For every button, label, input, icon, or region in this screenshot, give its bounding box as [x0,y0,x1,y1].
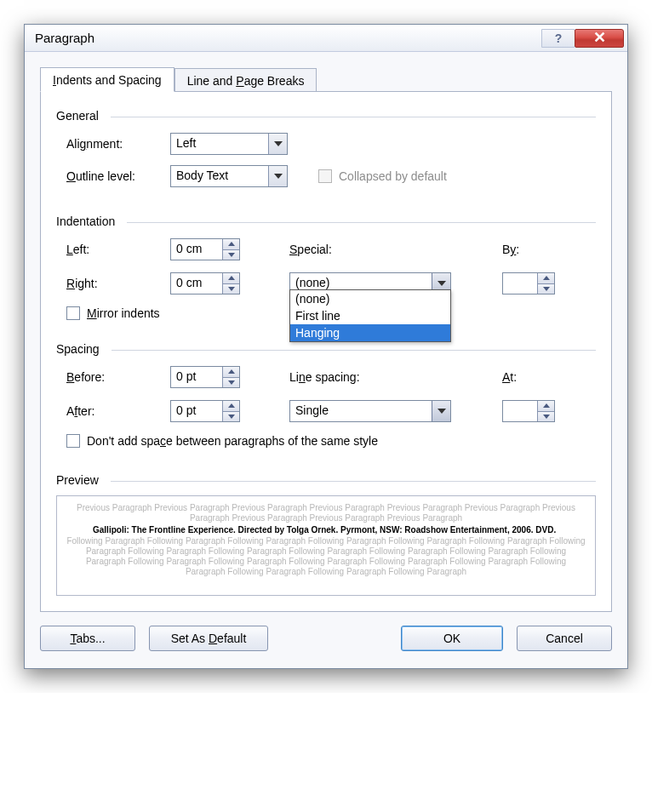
preview-sample-text: Gallipoli: The Frontline Experience. Dir… [66,523,586,536]
special-option-none[interactable]: (none) [290,290,450,307]
line-spacing-combo[interactable]: Single [289,400,451,422]
special-dropdown-list[interactable]: (none) First line Hanging [289,289,451,342]
tab-panel: General Alignment: Left Outline level: B… [40,91,612,612]
indent-right-spinner[interactable]: 0 cm [170,272,240,294]
ok-button[interactable]: OK [401,626,503,651]
collapsed-checkbox: Collapsed by default [318,169,596,183]
alignment-label: Alignment: [66,137,170,151]
arrow-up-icon[interactable] [223,273,239,284]
at-label: At: [502,370,562,384]
indent-right-label: Right: [66,277,170,290]
arrow-down-icon[interactable] [223,284,239,294]
arrow-down-icon[interactable] [538,284,554,294]
close-button[interactable]: ✕ [575,29,624,48]
preview-following-text: Following Paragraph Following Paragraph … [66,536,586,577]
by-spinner[interactable] [502,272,555,294]
special-label: Special: [289,243,468,256]
window-title: Paragraph [35,31,541,45]
mirror-indents-checkbox[interactable]: Mirror indents [66,306,289,320]
chevron-down-icon [268,134,287,154]
spacing-legend: Spacing [56,342,596,356]
dialog-footer: Tabs... Set As Default OK Cancel [40,612,612,655]
preview-box: Previous Paragraph Previous Paragraph Pr… [56,495,596,596]
after-spinner[interactable]: 0 pt [170,400,240,422]
arrow-up-icon[interactable] [223,367,239,378]
checkbox-icon [66,306,80,320]
paragraph-dialog: Paragraph ? ✕ Indents and Spacing Line a… [24,24,628,669]
title-bar: Paragraph ? ✕ [25,25,627,52]
tab-bar: Indents and Spacing Line and Page Breaks [40,64,612,91]
chevron-down-icon [432,401,450,421]
arrow-up-icon[interactable] [223,239,239,250]
outline-level-value: Body Text [171,166,268,186]
preview-legend: Preview [56,473,596,487]
line-spacing-label: Line spacing: [289,370,468,384]
checkbox-icon [66,434,80,448]
alignment-combo[interactable]: Left [170,133,288,155]
arrow-down-icon[interactable] [538,412,554,422]
cancel-button[interactable]: Cancel [517,626,612,651]
tabs-button[interactable]: Tabs... [40,626,135,651]
collapsed-label: Collapsed by default [339,169,447,183]
preview-previous-text: Previous Paragraph Previous Paragraph Pr… [66,503,586,523]
after-label: After: [66,404,170,418]
tab-line-page-breaks[interactable]: Line and Page Breaks [174,68,317,92]
tab-indents-spacing[interactable]: Indents and Spacing [40,67,174,92]
at-spinner[interactable] [502,400,555,422]
arrow-down-icon[interactable] [223,412,239,422]
checkbox-icon [318,169,332,183]
outline-level-combo[interactable]: Body Text [170,165,288,187]
indent-left-label: Left: [66,243,170,256]
dont-add-space-checkbox[interactable]: Don't add space between paragraphs of th… [66,434,562,448]
alignment-value: Left [171,134,268,154]
before-spinner[interactable]: 0 pt [170,366,240,388]
help-button[interactable]: ? [541,29,575,48]
arrow-up-icon[interactable] [538,273,554,284]
arrow-up-icon[interactable] [223,401,239,412]
arrow-up-icon[interactable] [538,401,554,412]
by-label: By: [502,243,562,256]
indent-left-spinner[interactable]: 0 cm [170,238,240,260]
general-legend: General [56,109,596,123]
outline-level-label: Outline level: [66,169,170,183]
set-as-default-button[interactable]: Set As Default [149,626,268,651]
special-option-hanging[interactable]: Hanging [290,324,450,341]
indentation-legend: Indentation [56,214,596,228]
arrow-down-icon[interactable] [223,378,239,388]
special-option-firstline[interactable]: First line [290,307,450,324]
before-label: Before: [66,370,170,384]
arrow-down-icon[interactable] [223,250,239,260]
chevron-down-icon [268,166,287,186]
